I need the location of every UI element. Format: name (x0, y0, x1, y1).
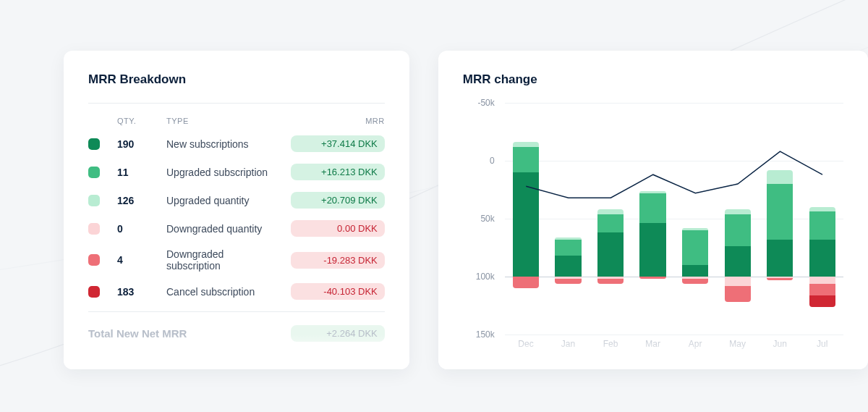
mrr-value: +16.213 DKK (291, 164, 385, 180)
type-label: Downgraded subscription (166, 248, 278, 272)
bar-segment (513, 172, 539, 277)
type-label: Upgraded quantity (166, 195, 278, 206)
bar-segment (682, 279, 708, 283)
bar-column (767, 103, 793, 335)
bar-segment (555, 279, 581, 283)
bar-cap (809, 207, 835, 210)
bar-column (725, 103, 751, 335)
bar-segment (597, 279, 624, 283)
mrr-breakdown-card: MRR Breakdown QTY. TYPE MRR 190New subsc… (64, 51, 409, 369)
bar-segment (809, 277, 835, 284)
qty-value: 190 (117, 138, 153, 150)
x-tick-label: Mar (631, 339, 674, 353)
qty-value: 183 (117, 286, 153, 298)
bar-segment (639, 277, 665, 279)
x-tick-label: Jul (801, 339, 843, 353)
card-title: MRR change (463, 72, 843, 87)
qty-value: 4 (117, 254, 153, 266)
col-mrr: MRR (291, 117, 385, 125)
plot-area (505, 103, 843, 335)
bar-cap (767, 170, 793, 173)
bar-segment (682, 230, 708, 265)
bar-segment (513, 147, 539, 172)
bar-segment (767, 240, 793, 277)
type-label: Cancel subscription (166, 286, 278, 298)
x-tick-label: Feb (590, 339, 632, 353)
col-type: TYPE (166, 117, 278, 125)
x-tick-label: Jan (547, 339, 590, 353)
bar-segment (809, 295, 835, 307)
type-label: Downgraded quantity (166, 223, 278, 235)
color-swatch (88, 195, 100, 206)
y-tick-label: 100k (476, 272, 495, 282)
bar-segment (682, 265, 708, 277)
mrr-value: +37.414 DKK (291, 135, 385, 152)
bar-column (555, 103, 581, 335)
card-title: MRR Breakdown (88, 72, 385, 87)
type-label: New subscriptions (166, 138, 278, 150)
qty-value: 11 (117, 167, 153, 178)
table-row: 4Downgraded subscription-19.283 DKK (88, 248, 385, 272)
bar-segment (597, 232, 624, 277)
color-swatch (88, 138, 100, 150)
bar-cap (597, 209, 624, 212)
col-qty: QTY. (117, 117, 153, 125)
bar-segment (597, 214, 624, 233)
y-tick-label: 150k (476, 329, 495, 340)
bar-segment (639, 193, 665, 224)
bar-segment (725, 246, 751, 277)
bar-segment (809, 240, 835, 277)
table-row: 11Upgraded subscription+16.213 DKK (88, 164, 385, 180)
bar-segment (725, 277, 751, 286)
divider (88, 311, 385, 312)
qty-value: 126 (117, 195, 153, 206)
chart-area: 150k100k50k0-50k DecJanFebMarAprMayJunJu… (470, 103, 843, 356)
bar-column (597, 103, 624, 335)
x-tick-label: Jun (759, 339, 801, 353)
bar-cap (555, 237, 581, 240)
mrr-value: -19.283 DKK (291, 252, 385, 269)
color-swatch (88, 223, 100, 235)
x-tick-label: Dec (505, 339, 548, 353)
y-axis: 150k100k50k0-50k (470, 103, 499, 335)
total-label: Total New Net MRR (88, 327, 278, 340)
mrr-change-card: MRR change 150k100k50k0-50k DecJanFebMar… (438, 51, 868, 369)
bar-column (639, 103, 665, 335)
x-axis: DecJanFebMarAprMayJunJul (505, 339, 843, 353)
mrr-value: 0.00 DKK (291, 220, 385, 237)
mrr-value: -40.103 DKK (291, 283, 385, 300)
mrr-value: +20.709 DKK (291, 192, 385, 209)
type-label: Upgraded subscription (166, 167, 278, 178)
x-tick-label: May (716, 339, 759, 353)
table-row: 126Upgraded quantity+20.709 DKK (88, 192, 385, 209)
bar-segment (767, 278, 793, 280)
y-tick-label: 50k (480, 214, 494, 224)
bar-segment (513, 277, 539, 288)
bar-segment (767, 184, 793, 240)
divider (88, 103, 385, 104)
y-tick-label: -50k (477, 98, 494, 108)
grid-line (505, 335, 843, 335)
bar-segment (725, 214, 751, 247)
bar-cap (513, 142, 539, 145)
y-tick-label: 0 (490, 156, 495, 166)
total-row: Total New Net MRR +2.264 DKK (88, 325, 385, 342)
table-header: QTY. TYPE MRR (88, 117, 385, 125)
color-swatch (88, 286, 100, 298)
table-row: 0Downgraded quantity0.00 DKK (88, 220, 385, 237)
table-row: 190New subscriptions+37.414 DKK (88, 135, 385, 152)
bar-cap (725, 209, 751, 212)
bar-segment (639, 223, 665, 277)
x-tick-label: Apr (674, 339, 717, 353)
bar-column (809, 103, 835, 335)
color-swatch (88, 254, 100, 266)
bar-column (513, 103, 539, 335)
bar-segment (809, 284, 835, 295)
table-row: 183Cancel subscription-40.103 DKK (88, 283, 385, 300)
color-swatch (88, 167, 100, 178)
breakdown-table: QTY. TYPE MRR 190New subscriptions+37.41… (88, 117, 385, 342)
bar-column (682, 103, 708, 335)
qty-value: 0 (117, 223, 153, 235)
bar-segment (725, 286, 751, 302)
bar-cap (682, 228, 708, 231)
